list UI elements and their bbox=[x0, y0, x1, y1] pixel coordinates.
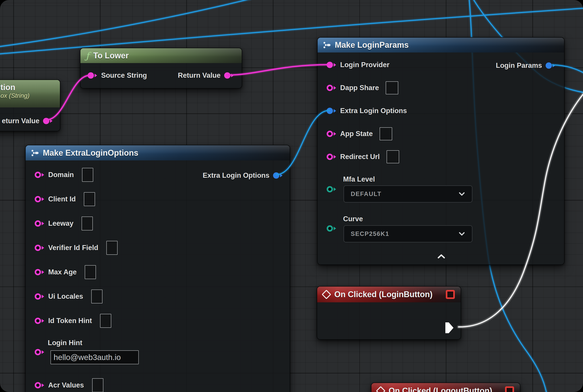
node-make-extraloginoptions-title: Make ExtraLoginOptions bbox=[43, 148, 138, 158]
chevron-down-icon bbox=[458, 232, 465, 236]
exec-out-pin[interactable] bbox=[445, 322, 454, 334]
app-state-pin[interactable] bbox=[327, 130, 336, 138]
extra-login-options-out-label: Extra Login Options bbox=[203, 172, 270, 180]
pin-row-max-age: Max Age bbox=[26, 260, 290, 284]
getter-return-label: eturn Value bbox=[2, 117, 40, 125]
wire-blue-top-upper-glow bbox=[0, 0, 258, 47]
verifier-id-field-label: Verifier Id Field bbox=[48, 244, 98, 252]
acr-values-box[interactable] bbox=[92, 378, 104, 392]
curve-label: Curve bbox=[343, 215, 363, 223]
acr-values-pin[interactable] bbox=[35, 382, 44, 389]
max-age-box[interactable] bbox=[85, 265, 96, 279]
return-value-label: Return Value bbox=[178, 72, 221, 80]
wire-magenta-tolower-loginprovider[interactable] bbox=[228, 65, 329, 75]
node-make-loginparams-header[interactable]: Make LoginParams bbox=[318, 38, 564, 52]
source-string-label: Source String bbox=[101, 72, 147, 80]
login-provider-label: Login Provider bbox=[340, 61, 390, 69]
pin-row-dapp-share: Dapp Share bbox=[318, 76, 564, 99]
leeway-box[interactable] bbox=[82, 216, 93, 230]
id-token-hint-box[interactable] bbox=[100, 314, 111, 328]
acr-values-row: Acr Values bbox=[26, 373, 290, 392]
node-getter[interactable]: tion ox (String) eturn Value bbox=[0, 80, 60, 131]
function-icon: ƒ bbox=[86, 51, 89, 60]
login-hint-input[interactable]: hello@web3auth.io bbox=[50, 350, 139, 364]
extra-login-options-pin[interactable] bbox=[327, 107, 336, 114]
pin-row-verifier-id-field: Verifier Id Field bbox=[26, 236, 290, 260]
node-getter-header[interactable]: tion ox (String) bbox=[0, 80, 60, 108]
login-hint-label: Login Hint bbox=[48, 339, 82, 347]
redirect-url-label: Redirect Url bbox=[340, 153, 380, 161]
node-make-loginparams[interactable]: Make LoginParams Login ProviderDapp Shar… bbox=[317, 37, 564, 265]
event-diamond-icon bbox=[376, 386, 386, 392]
blueprint-canvas[interactable]: tion ox (String) eturn Value ƒ To Lower … bbox=[0, 0, 583, 392]
pin-row-app-state: App State bbox=[318, 122, 564, 145]
login-params-out-label: Login Params bbox=[496, 62, 542, 70]
node-getter-subtitle: ox (String) bbox=[0, 92, 30, 99]
getter-return-pin[interactable] bbox=[43, 117, 52, 124]
node-on-clicked-loginbutton[interactable]: On Clicked (LoginButton) bbox=[317, 286, 461, 340]
pin-row-redirect-url: Redirect Url bbox=[318, 145, 564, 168]
curve-pin[interactable] bbox=[327, 225, 336, 232]
domain-box[interactable] bbox=[82, 168, 93, 182]
node-on-clicked-loginbutton-title: On Clicked (LoginButton) bbox=[334, 290, 432, 299]
login-provider-pin[interactable] bbox=[327, 61, 336, 68]
return-value-pin[interactable] bbox=[224, 72, 234, 79]
redirect-url-pin[interactable] bbox=[327, 153, 336, 160]
pin-row-client-id: Client Id bbox=[26, 187, 290, 211]
curve-dropdown[interactable]: SECP256K1 bbox=[344, 225, 472, 242]
node-to-lower-header[interactable]: ƒ To Lower bbox=[80, 48, 242, 63]
extra-login-options-out-pin[interactable] bbox=[273, 172, 282, 179]
client-id-pin[interactable] bbox=[35, 196, 44, 203]
node-getter-title: tion bbox=[0, 83, 30, 92]
getter-return-row: eturn Value bbox=[2, 117, 52, 125]
login-params-out-pin[interactable] bbox=[546, 62, 555, 69]
login-hint-pin[interactable] bbox=[35, 348, 44, 356]
leeway-pin[interactable] bbox=[35, 220, 44, 227]
collapse-chevron-icon[interactable] bbox=[437, 254, 445, 259]
login-hint-row: Login Hint hello@web3auth.io bbox=[26, 333, 290, 373]
node-on-clicked-logoutbutton[interactable]: On Clicked (LogoutButton) bbox=[371, 382, 520, 392]
max-age-label: Max Age bbox=[48, 268, 76, 276]
make-struct-icon bbox=[31, 150, 39, 156]
event-diamond-icon bbox=[322, 290, 331, 299]
client-id-label: Client Id bbox=[48, 195, 76, 203]
id-token-hint-pin[interactable] bbox=[35, 317, 44, 324]
acr-values-label: Acr Values bbox=[48, 381, 84, 389]
node-on-clicked-logoutbutton-header[interactable]: On Clicked (LogoutButton) bbox=[372, 383, 520, 392]
max-age-pin[interactable] bbox=[35, 268, 44, 276]
pin-row-ui-locales: Ui Locales bbox=[26, 284, 290, 309]
event-bind-icon[interactable] bbox=[505, 386, 514, 392]
dapp-share-label: Dapp Share bbox=[340, 84, 379, 92]
node-make-loginparams-title: Make LoginParams bbox=[335, 40, 409, 50]
node-to-lower[interactable]: ƒ To Lower Source String Return Value bbox=[80, 48, 242, 88]
dapp-share-pin[interactable] bbox=[327, 84, 336, 92]
ui-locales-box[interactable] bbox=[91, 290, 102, 304]
verifier-id-field-pin[interactable] bbox=[35, 244, 44, 252]
wire-blue-top-upper[interactable] bbox=[0, 0, 258, 47]
domain-pin[interactable] bbox=[35, 171, 44, 178]
node-make-extraloginoptions[interactable]: Make ExtraLoginOptions DomainClient IdLe… bbox=[25, 145, 290, 392]
node-on-clicked-loginbutton-header[interactable]: On Clicked (LoginButton) bbox=[317, 286, 461, 302]
app-state-box[interactable] bbox=[380, 127, 392, 140]
node-to-lower-title: To Lower bbox=[93, 51, 129, 60]
verifier-id-field-box[interactable] bbox=[106, 241, 118, 255]
id-token-hint-label: Id Token Hint bbox=[48, 317, 92, 325]
ui-locales-pin[interactable] bbox=[35, 293, 44, 300]
mfa-level-dropdown[interactable]: DEFAULT bbox=[344, 186, 472, 202]
client-id-box[interactable] bbox=[84, 192, 95, 206]
source-string-pin[interactable] bbox=[88, 72, 97, 79]
app-state-label: App State bbox=[340, 130, 373, 138]
pin-row-extra-login-options: Extra Login Options bbox=[318, 99, 564, 122]
mfa-level-label: Mfa Level bbox=[343, 175, 375, 184]
node-make-extraloginoptions-header[interactable]: Make ExtraLoginOptions bbox=[26, 145, 290, 160]
leeway-label: Leeway bbox=[48, 220, 74, 228]
dapp-share-box[interactable] bbox=[386, 81, 398, 94]
extra-login-options-label: Extra Login Options bbox=[340, 107, 407, 115]
mfa-level-pin[interactable] bbox=[327, 186, 336, 193]
event-bind-icon[interactable] bbox=[446, 290, 455, 299]
redirect-url-box[interactable] bbox=[386, 150, 399, 163]
node-on-clicked-logoutbutton-title: On Clicked (LogoutButton) bbox=[388, 386, 492, 392]
pin-row-leeway: Leeway bbox=[26, 211, 290, 236]
make-struct-icon bbox=[323, 42, 331, 48]
wire-magenta-tolower-loginprovider-glow bbox=[228, 65, 329, 75]
